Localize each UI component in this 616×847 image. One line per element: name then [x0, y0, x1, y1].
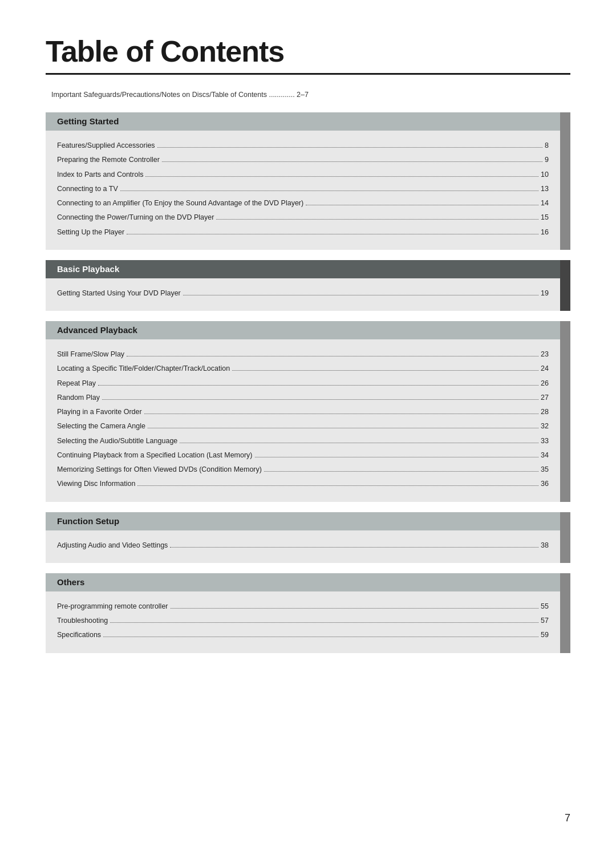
section-function-setup: Function SetupAdjusting Audio and Video …	[46, 512, 570, 573]
intro-text: Important Safeguards/Precautions/Notes o…	[51, 91, 570, 99]
toc-page-number: 55	[541, 601, 549, 613]
toc-entry: Locating a Specific Title/Folder/Chapter…	[46, 362, 560, 376]
toc-entry-text: Setting Up the Player	[57, 226, 124, 238]
toc-page-number: 8	[545, 140, 549, 152]
toc-entry: Continuing Playback from a Specified Loc…	[46, 448, 560, 463]
toc-entry-text: Selecting the Audio/Subtitle Language	[57, 435, 177, 447]
toc-dots	[306, 205, 538, 205]
toc-page-number: 36	[541, 478, 549, 490]
toc-dots	[127, 356, 538, 356]
toc-entry: Memorizing Settings for Often Viewed DVD…	[46, 463, 560, 477]
toc-entry-text: Playing in a Favorite Order	[57, 406, 142, 418]
toc-dots	[102, 399, 538, 400]
toc-entry: Features/Supplied Accessories8	[46, 139, 560, 153]
toc-entry: Index to Parts and Controls10	[46, 168, 560, 182]
toc-entry-text: Preparing the Remote Controller	[57, 154, 160, 166]
toc-dots	[170, 547, 538, 548]
toc-dots	[127, 234, 538, 234]
section-advanced-playback: Advanced PlaybackStill Frame/Slow Play23…	[46, 321, 570, 512]
toc-dots	[144, 414, 538, 414]
toc-entry: Still Frame/Slow Play23	[46, 347, 560, 362]
toc-page-number: 14	[541, 197, 549, 209]
toc-entry: Preparing the Remote Controller9	[46, 153, 560, 167]
section-title-basic-playback: Basic Playback	[57, 264, 119, 274]
toc-entry-text: Memorizing Settings for Often Viewed DVD…	[57, 464, 262, 476]
toc-page-number: 9	[545, 154, 549, 166]
section-tab-getting-started	[560, 112, 570, 250]
toc-entry: Connecting to an Amplifier (To Enjoy the…	[46, 196, 560, 210]
toc-dots	[264, 471, 538, 472]
toc-dots	[148, 428, 538, 428]
toc-entry-text: Random Play	[57, 392, 100, 404]
section-tab-advanced-playback	[560, 321, 570, 502]
toc-page-number: 24	[541, 363, 549, 375]
toc-dots	[98, 385, 538, 386]
section-tab-function-setup	[560, 512, 570, 563]
toc-entry: Connecting the Power/Turning on the DVD …	[46, 210, 560, 225]
toc-entry: Playing in a Favorite Order28	[46, 405, 560, 419]
section-getting-started: Getting StartedFeatures/Supplied Accesso…	[46, 112, 570, 260]
toc-entry: Troubleshooting57	[46, 614, 560, 628]
toc-page-number: 57	[541, 615, 549, 627]
toc-page-number: 19	[541, 287, 549, 299]
toc-entry-text: Viewing Disc Information	[57, 478, 135, 490]
toc-page-number: 27	[541, 392, 549, 404]
toc-page-number: 38	[541, 540, 549, 552]
toc-entry: Random Play27	[46, 391, 560, 405]
toc-entry-text: Troubleshooting	[57, 615, 108, 627]
toc-dots	[110, 622, 538, 623]
section-basic-playback: Basic PlaybackGetting Started Using Your…	[46, 260, 570, 321]
toc-entry: Specifications59	[46, 628, 560, 642]
toc-dots	[103, 637, 538, 637]
toc-entry-text: Adjusting Audio and Video Settings	[57, 540, 168, 552]
toc-entry: Adjusting Audio and Video Settings38	[46, 538, 560, 553]
section-title-function-setup: Function Setup	[57, 516, 119, 526]
toc-entry: Repeat Play26	[46, 376, 560, 391]
toc-page-number: 13	[541, 183, 549, 195]
section-tab-others	[560, 573, 570, 653]
toc-sections: Getting StartedFeatures/Supplied Accesso…	[46, 112, 570, 663]
toc-entry-text: Continuing Playback from a Specified Loc…	[57, 449, 253, 461]
toc-entry-text: Still Frame/Slow Play	[57, 348, 124, 360]
toc-entry: Getting Started Using Your DVD Player19	[46, 286, 560, 301]
section-title-getting-started: Getting Started	[57, 116, 119, 126]
toc-page-number: 32	[541, 420, 549, 432]
title-divider	[46, 73, 570, 75]
toc-entry-text: Selecting the Camera Angle	[57, 420, 145, 432]
toc-page-number: 34	[541, 449, 549, 461]
toc-dots	[145, 176, 538, 177]
page-number: 7	[565, 812, 570, 824]
toc-entry-text: Specifications	[57, 629, 101, 641]
toc-dots	[137, 485, 538, 486]
toc-entry: Selecting the Camera Angle32	[46, 419, 560, 433]
toc-dots	[216, 219, 538, 220]
toc-entry: Selecting the Audio/Subtitle Language33	[46, 434, 560, 448]
toc-page-number: 59	[541, 629, 549, 641]
toc-entry-text: Connecting to a TV	[57, 183, 118, 195]
toc-entry-text: Index to Parts and Controls	[57, 169, 143, 181]
toc-entry: Setting Up the Player16	[46, 225, 560, 240]
toc-entry-text: Connecting the Power/Turning on the DVD …	[57, 212, 214, 224]
toc-entry-text: Connecting to an Amplifier (To Enjoy the…	[57, 197, 303, 209]
section-title-advanced-playback: Advanced Playback	[57, 325, 137, 335]
toc-page-number: 35	[541, 464, 549, 476]
toc-entry: Pre-programming remote controller55	[46, 599, 560, 614]
toc-dots	[171, 608, 539, 609]
toc-page-number: 26	[541, 378, 549, 390]
toc-entry: Viewing Disc Information36	[46, 477, 560, 491]
toc-page-number: 10	[541, 169, 549, 181]
section-title-others: Others	[57, 577, 84, 587]
toc-dots	[157, 147, 542, 148]
toc-entry-text: Locating a Specific Title/Folder/Chapter…	[57, 363, 230, 375]
toc-entry-text: Repeat Play	[57, 378, 96, 390]
toc-dots	[180, 443, 538, 443]
toc-page-number: 33	[541, 435, 549, 447]
toc-entry-text: Pre-programming remote controller	[57, 601, 168, 613]
page-title: Table of Contents	[46, 34, 570, 68]
toc-page-number: 28	[541, 406, 549, 418]
toc-dots	[255, 457, 539, 457]
toc-dots	[183, 295, 538, 295]
toc-dots	[162, 161, 542, 162]
toc-page-number: 15	[541, 212, 549, 224]
toc-page-number: 23	[541, 348, 549, 360]
